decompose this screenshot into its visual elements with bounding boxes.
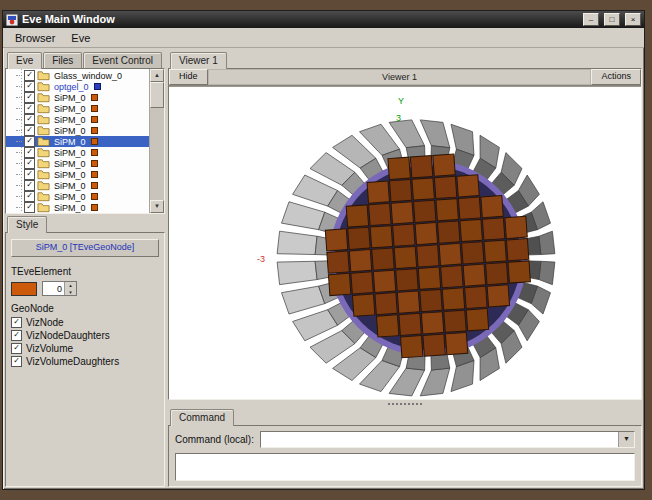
command-combobox[interactable]: ▼: [260, 431, 635, 448]
command-output[interactable]: [175, 453, 635, 481]
material-badge: [94, 83, 101, 90]
visibility-checkbox[interactable]: ✓: [24, 169, 35, 180]
visibility-checkbox[interactable]: ✓: [24, 191, 35, 202]
visibility-checkbox[interactable]: ✓: [24, 92, 35, 103]
tree-connector: [16, 207, 22, 208]
main-area: EveFilesEvent Control ✓Glass_window_0✓op…: [3, 48, 644, 489]
close-button[interactable]: ×: [625, 13, 641, 26]
tree-item-optgel_0[interactable]: ✓optgel_0: [6, 81, 149, 92]
checkbox-label: VizVolume: [26, 343, 73, 354]
style-tab-bar: Style: [5, 214, 165, 232]
actions-button[interactable]: Actions: [591, 69, 641, 85]
tree-item-label: SiPM_0: [52, 137, 88, 147]
menu-eve[interactable]: Eve: [64, 31, 97, 45]
material-badge: [91, 193, 98, 200]
geonode-option-vizvolumedaughters[interactable]: ✓VizVolumeDaughters: [11, 355, 159, 368]
command-input[interactable]: [261, 432, 618, 447]
material-badge: [91, 171, 98, 178]
menu-browser[interactable]: Browser: [8, 31, 62, 45]
tree-connector: [16, 108, 22, 109]
folder-icon: [37, 147, 50, 158]
geonode-option-vizvolume[interactable]: ✓VizVolume: [11, 342, 159, 355]
visibility-checkbox[interactable]: ✓: [24, 81, 35, 92]
visibility-checkbox[interactable]: ✓: [24, 180, 35, 191]
tree-connector: [16, 97, 22, 98]
material-badge: [91, 127, 98, 134]
tree-item-sipm_0[interactable]: ✓SiPM_0: [6, 114, 149, 125]
spinner-down-icon[interactable]: ▾: [65, 289, 76, 296]
folder-icon: [37, 114, 50, 125]
hide-button[interactable]: Hide: [169, 69, 208, 85]
checkbox[interactable]: ✓: [11, 330, 22, 341]
material-badge: [91, 182, 98, 189]
visibility-checkbox[interactable]: ✓: [24, 125, 35, 136]
tree-item-sipm_0[interactable]: ✓SiPM_0: [6, 147, 149, 158]
checkbox[interactable]: ✓: [11, 317, 22, 328]
tree-item-sipm_0[interactable]: ✓SiPM_0: [6, 136, 149, 147]
tree-item-label: SiPM_0: [52, 170, 88, 180]
scroll-down-icon[interactable]: ▼: [150, 200, 164, 213]
scrollbar-thumb[interactable]: [150, 82, 164, 108]
tree-item-label: optgel_0: [52, 82, 91, 92]
tree-item-sipm_0[interactable]: ✓SiPM_0: [6, 158, 149, 169]
checkbox[interactable]: ✓: [11, 343, 22, 354]
visibility-checkbox[interactable]: ✓: [24, 114, 35, 125]
tree-item-label: SiPM_0: [52, 93, 88, 103]
visibility-checkbox[interactable]: ✓: [24, 70, 35, 81]
material-badge: [91, 138, 98, 145]
color-swatch[interactable]: [11, 282, 37, 296]
left-tab-bar: EveFilesEvent Control: [5, 50, 165, 68]
checkbox-label: VizVolumeDaughters: [26, 356, 119, 367]
scrollbar-track[interactable]: [150, 108, 164, 200]
tree-item-sipm_0[interactable]: ✓SiPM_0: [6, 180, 149, 191]
transparency-spinner[interactable]: 0 ▴ ▾: [42, 281, 77, 296]
checkbox[interactable]: ✓: [11, 356, 22, 367]
folder-icon: [37, 103, 50, 114]
viewer-header: Hide Viewer 1 Actions: [169, 69, 641, 86]
tree-item-label: SiPM_0: [52, 192, 88, 202]
visibility-checkbox[interactable]: ✓: [24, 147, 35, 158]
visibility-checkbox[interactable]: ✓: [24, 136, 35, 147]
scene-tree: ✓Glass_window_0✓optgel_0✓SiPM_0✓SiPM_0✓S…: [5, 68, 165, 214]
minimize-button[interactable]: –: [583, 13, 599, 26]
viewport-3d[interactable]: Y 3 -3: [169, 86, 641, 399]
tree-scrollbar[interactable]: ▲ ▼: [149, 69, 164, 213]
tree-item-sipm_0[interactable]: ✓SiPM_0: [6, 92, 149, 103]
selected-node-header: SiPM_0 [TEveGeoNode]: [11, 239, 159, 257]
tab-command[interactable]: Command: [170, 409, 234, 426]
visibility-checkbox[interactable]: ✓: [24, 202, 35, 213]
tab-event-control[interactable]: Event Control: [83, 52, 162, 68]
tree-item-sipm_0[interactable]: ✓SiPM_0: [6, 169, 149, 180]
maximize-button[interactable]: □: [604, 13, 620, 26]
tree-item-sipm_0[interactable]: ✓SiPM_0: [6, 125, 149, 136]
tree-item-label: SiPM_0: [52, 104, 88, 114]
tab-eve[interactable]: Eve: [7, 52, 42, 69]
tab-viewer-1[interactable]: Viewer 1: [170, 52, 227, 69]
eve-main-window: Eve Main Window – □ × Browser Eve EveFil…: [2, 10, 645, 490]
dropdown-arrow-icon[interactable]: ▼: [618, 432, 634, 447]
horizontal-splitter[interactable]: [168, 400, 642, 407]
geonode-option-viznode[interactable]: ✓VizNode: [11, 316, 159, 329]
folder-icon: [37, 191, 50, 202]
material-badge: [91, 149, 98, 156]
visibility-checkbox[interactable]: ✓: [24, 103, 35, 114]
material-badge: [91, 160, 98, 167]
window-title: Eve Main Window: [22, 11, 578, 28]
tab-files[interactable]: Files: [43, 52, 82, 68]
geonode-options: ✓VizNode✓VizNodeDaughters✓VizVolume✓VizV…: [11, 316, 159, 368]
tree-connector: [16, 185, 22, 186]
material-badge: [91, 116, 98, 123]
scroll-up-icon[interactable]: ▲: [150, 69, 164, 82]
folder-icon: [37, 81, 50, 92]
command-prompt-label: Command (local):: [175, 434, 254, 445]
tree-item-sipm_0[interactable]: ✓SiPM_0: [6, 191, 149, 202]
tree-item-label: SiPM_0: [52, 126, 88, 136]
titlebar[interactable]: Eve Main Window – □ ×: [3, 11, 644, 28]
geonode-option-viznodedaughters[interactable]: ✓VizNodeDaughters: [11, 329, 159, 342]
tree-item-sipm_0[interactable]: ✓SiPM_0: [6, 103, 149, 114]
tree-item-sipm_0[interactable]: ✓SiPM_0: [6, 202, 149, 213]
visibility-checkbox[interactable]: ✓: [24, 158, 35, 169]
tab-style[interactable]: Style: [7, 216, 47, 233]
tree-item-glass_window_0[interactable]: ✓Glass_window_0: [6, 70, 149, 81]
tree-item-label: SiPM_0: [52, 148, 88, 158]
